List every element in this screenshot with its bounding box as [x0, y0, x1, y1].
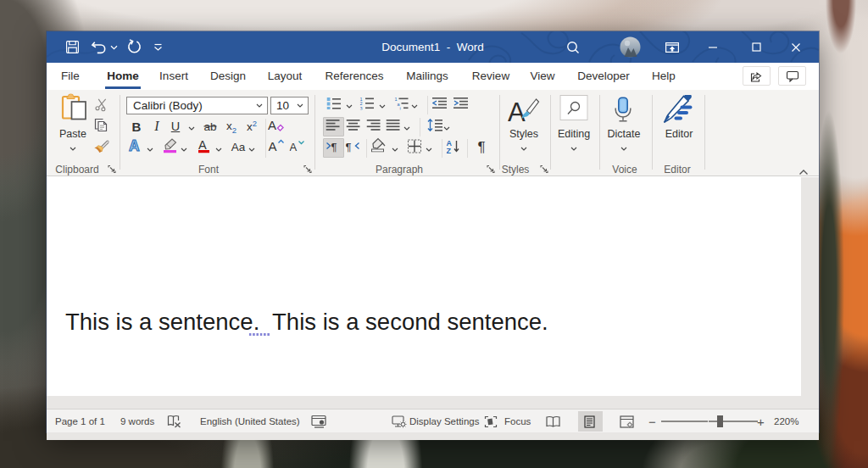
- svg-text:A: A: [290, 141, 298, 153]
- svg-text:i: i: [400, 106, 401, 110]
- svg-text:A: A: [268, 118, 276, 132]
- svg-text:¶: ¶: [346, 141, 352, 153]
- svg-text:A: A: [198, 138, 207, 152]
- svg-text:A: A: [129, 138, 140, 153]
- svg-text:Z: Z: [447, 147, 452, 153]
- svg-text:A: A: [269, 139, 277, 153]
- svg-text:3: 3: [360, 106, 363, 110]
- svg-text:¶: ¶: [331, 141, 337, 153]
- svg-text:A: A: [508, 98, 526, 125]
